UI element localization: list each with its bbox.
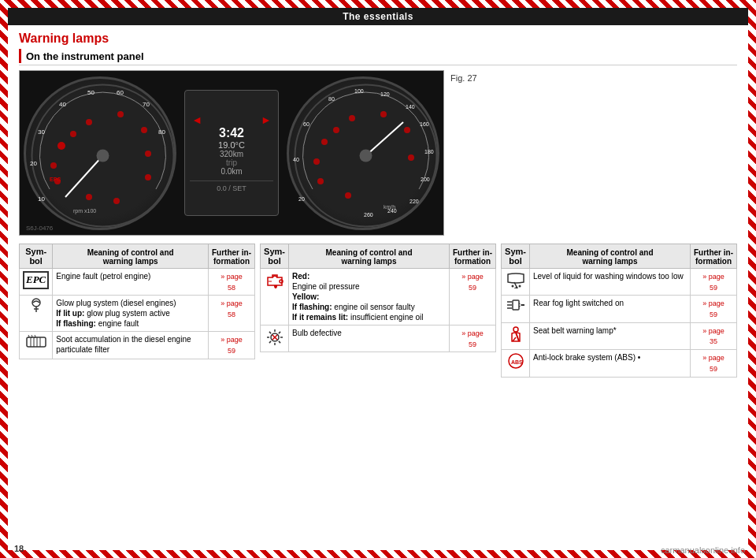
svg-point-21: [86, 194, 92, 200]
svg-point-42: [333, 127, 339, 133]
meaning-fog: Rear fog light switched on: [530, 296, 691, 322]
svg-point-2: [97, 149, 109, 162]
further-washer: » page59: [691, 269, 737, 296]
particulate-filter-icon: [26, 334, 46, 350]
svg-line-65: [269, 332, 270, 333]
page-number: 18: [14, 544, 24, 553]
meaning-bulb: Bulb defective: [289, 326, 450, 352]
table-3: Sym-bol Meaning of control andwarning la…: [501, 244, 737, 547]
symbol-oil: [261, 269, 289, 326]
svg-point-47: [408, 154, 414, 161]
seatbelt-icon: [507, 326, 524, 344]
header-bar: The essentials: [8, 8, 748, 25]
svg-point-43: [313, 158, 320, 165]
table1-header-further: Further in-formation: [209, 244, 255, 269]
abs-icon: ABS: [506, 352, 526, 370]
further-epc: » page58: [209, 269, 255, 296]
page-title: Warning lamps: [19, 32, 737, 46]
svg-point-13: [70, 131, 76, 137]
svg-text:160: 160: [420, 121, 429, 127]
section-heading-text: On the instrument panel: [26, 50, 144, 62]
watermark: carmanualsonline.info: [661, 545, 745, 555]
table2-header-further: Further in-formation: [450, 244, 496, 269]
svg-text:40: 40: [293, 157, 299, 162]
svg-point-18: [145, 151, 151, 157]
table-row: Seat belt warning lamp* » page35: [502, 322, 737, 349]
svg-line-25: [365, 122, 403, 156]
symbol-epc: EPC: [20, 269, 53, 296]
svg-text:30: 30: [38, 128, 45, 136]
oil-pressure-icon: [265, 271, 285, 288]
bulb-defective-icon: [265, 328, 284, 347]
table3-header-meaning: Meaning of control andwarning lamps: [530, 244, 691, 269]
table3-header-symbol: Sym-bol: [502, 244, 530, 269]
svg-point-49: [345, 192, 351, 199]
svg-text:ABS: ABS: [511, 359, 523, 365]
display-trip: 0.0km: [220, 167, 242, 176]
svg-point-71: [511, 285, 513, 288]
table-row: Level of liquid for washing windows too …: [502, 269, 737, 296]
display-set: 0.0 / SET: [217, 184, 246, 192]
svg-point-44: [349, 115, 355, 121]
svg-point-46: [404, 127, 410, 133]
svg-text:EPC: EPC: [50, 177, 61, 182]
svg-point-78: [513, 327, 518, 332]
section-heading-bar: [19, 49, 21, 63]
svg-text:120: 120: [380, 91, 390, 97]
svg-text:260: 260: [364, 212, 373, 218]
body-area: Warning lamps On the instrument panel: [8, 25, 748, 550]
glow-plug-icon: [28, 298, 45, 315]
symbol-abs: ABS: [502, 350, 530, 377]
svg-point-12: [57, 142, 65, 150]
table-2: Sym-bol Meaning of control andwarning la…: [260, 244, 496, 547]
svg-text:70: 70: [143, 101, 150, 108]
display-temp: 19.0°C: [218, 140, 245, 150]
svg-point-45: [380, 111, 387, 117]
svg-point-73: [518, 285, 521, 288]
tachometer-gauge: 10 20 30 40 50 60 70 80 rpm x100: [24, 76, 176, 230]
svg-point-22: [113, 198, 120, 204]
table-row: Bulb defective » page59: [261, 326, 496, 352]
center-display: ◄ ► 3:42 19.0°C 320km trip 0.0km 0.0 / S…: [184, 90, 279, 216]
svg-text:200: 200: [421, 177, 430, 182]
table-1: Sym-bol Meaning of control andwarning la…: [19, 244, 255, 547]
svg-point-14: [50, 162, 57, 169]
table1-header-symbol: Sym-bol: [20, 244, 53, 269]
svg-point-41: [321, 139, 328, 145]
further-seatbelt: » page35: [691, 322, 737, 349]
svg-text:20: 20: [298, 196, 305, 202]
table2-header-meaning: Meaning of control andwarning lamps: [289, 244, 450, 269]
table-row: Rear fog light switched on » page59: [502, 296, 737, 322]
svg-text:10: 10: [38, 195, 45, 203]
meaning-oil: Red: Engine oil pressure Yellow: If flas…: [289, 269, 450, 326]
svg-rect-53: [27, 337, 46, 347]
further-bulb: » page59: [450, 326, 496, 352]
speedometer-gauge: 20 40 60 80 100 120 140 160 180 200 220 …: [287, 76, 439, 230]
figure-label: Fig. 27: [444, 70, 484, 86]
svg-point-26: [359, 149, 372, 162]
meaning-seatbelt: Seat belt warning lamp*: [530, 322, 691, 349]
further-glow: » page58: [209, 296, 255, 332]
svg-text:100: 100: [354, 88, 364, 94]
table-row: Glow plug system (diesel engines) If lit…: [20, 296, 255, 332]
meaning-soot: Soot accumulation in the diesel engine p…: [53, 332, 209, 359]
section-heading: On the instrument panel: [19, 49, 737, 65]
tables-area: Sym-bol Meaning of control andwarning la…: [19, 244, 737, 547]
svg-text:km/h: km/h: [384, 204, 395, 210]
svg-line-79: [516, 333, 519, 341]
svg-point-48: [317, 178, 324, 184]
svg-line-1: [65, 155, 103, 197]
washer-fluid-icon: [506, 271, 526, 288]
meaning-epc: Engine fault (petrol engine): [53, 269, 209, 296]
meaning-abs: Anti-lock brake system (ABS) •: [530, 350, 691, 377]
table-row: Red: Engine oil pressure Yellow: If flas…: [261, 269, 496, 326]
svg-text:50: 50: [87, 89, 94, 96]
further-oil: » page59: [450, 269, 496, 326]
further-soot: » page59: [209, 332, 255, 359]
table-row: EPC Engine fault (petrol engine) » page5…: [20, 269, 255, 296]
svg-text:40: 40: [59, 101, 66, 108]
svg-text:60: 60: [303, 121, 309, 127]
further-abs: » page59: [691, 350, 737, 377]
header-title: The essentials: [343, 11, 413, 22]
table3-header-further: Further in-formation: [691, 244, 737, 269]
